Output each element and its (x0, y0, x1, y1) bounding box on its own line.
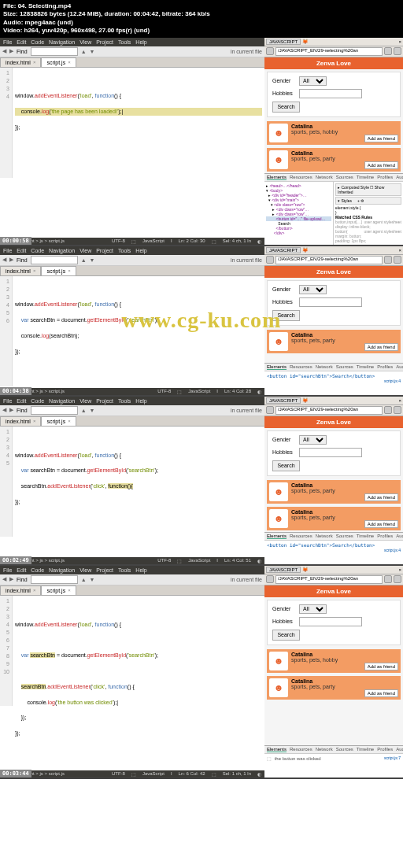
reload-icon[interactable] (266, 575, 274, 583)
gender-select[interactable]: All (299, 76, 327, 86)
menu-navigation[interactable]: Navigation (49, 39, 75, 45)
search-button[interactable]: Search (272, 310, 300, 321)
add-friend-button[interactable]: Add as friend (364, 343, 398, 351)
tab-index-html[interactable]: index.html× (0, 585, 41, 595)
nav-fwd-icon[interactable]: ▶ (9, 48, 13, 54)
reload-icon[interactable] (266, 47, 274, 55)
timestamp: 00:00:58 (0, 237, 31, 245)
video-metadata-overlay: File: 04. Selecting.mp4 Size: 12838826 b… (0, 0, 403, 38)
url-bar[interactable]: /JAVASCRIPT_EN/29-selecting%20an (275, 575, 383, 584)
tab-script-js[interactable]: script.js× (41, 266, 76, 275)
find-label: Find (17, 49, 28, 54)
frame-3: FileEditCodeNavigationViewProjectToolsHe… (0, 397, 403, 566)
menu-help[interactable]: Help (135, 39, 146, 45)
devtools-console[interactable]: <button id="searchBtn">Search</button> s… (264, 371, 403, 395)
frame-2: FileEditCodeNavigationViewProjectToolsHe… (0, 246, 403, 397)
find-input[interactable] (31, 575, 78, 584)
more-icon[interactable] (394, 47, 401, 55)
add-friend-button[interactable]: Add as friend (364, 663, 398, 670)
code-area[interactable]: 123456 window.addEventListener('load', f… (0, 276, 264, 386)
timestamp: 00:03:44 (0, 770, 31, 778)
find-next-icon[interactable]: ▼ (90, 49, 95, 54)
gender-select[interactable]: All (299, 285, 327, 294)
url-bar[interactable]: /JAVASCRIPT_EN/29-selecting%20an (275, 256, 383, 264)
reload-icon[interactable] (266, 256, 274, 264)
devtools-dom-tree[interactable]: ▸ <head>…</head> ▾ <body> ▸ <div id="hea… (264, 182, 334, 245)
avatar: ☻ (269, 150, 288, 169)
devtools-tab-resources[interactable]: Resources (290, 175, 312, 180)
devtools[interactable]: Elements Resources Network Sources Timel… (264, 173, 403, 245)
gender-select[interactable]: All (299, 604, 327, 614)
friend-card: ☻ Catalinasports, pets, party Add as fri… (267, 148, 401, 172)
find-input[interactable] (31, 406, 78, 415)
add-friend-button[interactable]: Add as friend (364, 493, 398, 501)
devtools-tab-timeline[interactable]: Timeline (357, 175, 374, 180)
editor-menubar[interactable]: FileEditCodeNavigationViewProjectToolsHe… (0, 246, 264, 255)
devtools-tab-network[interactable]: Network (316, 175, 333, 180)
gender-select[interactable]: All (299, 435, 327, 445)
add-friend-button[interactable]: Add as friend (364, 161, 398, 169)
devtools-tab-profiles[interactable]: Profiles (377, 175, 393, 180)
search-button[interactable]: Search (272, 630, 300, 641)
url-bar[interactable]: /JAVASCRIPT_EN/29-selecting%20an (275, 406, 383, 415)
hobbies-input[interactable] (299, 89, 362, 98)
friend-card: ☻ Catalinasports, pets, hobby Add as fri… (267, 121, 401, 145)
devtools-tab-sources[interactable]: Sources (336, 175, 353, 180)
search-button[interactable]: Search (272, 460, 300, 471)
code-text[interactable]: window.addEventListener('load', function… (13, 68, 264, 178)
tab-index-html[interactable]: index.html× (0, 416, 41, 426)
app-header: Zenva Love (264, 57, 403, 69)
find-prev-icon[interactable]: ▲ (81, 49, 87, 54)
editor-tabs: index.html× script.js× (0, 57, 264, 68)
find-scope: in current file (231, 49, 262, 54)
frame-1: File Edit Code Navigation View Project T… (0, 38, 403, 246)
devtools-console[interactable]: <button id="searchBtn">Search</button> s… (264, 541, 403, 564)
menu-view[interactable]: View (79, 39, 91, 45)
line-numbers: 1234 (0, 68, 13, 178)
code-area[interactable]: 12345678910 window.addEventListener('loa… (0, 596, 264, 706)
tab-script-js[interactable]: script.js× (41, 416, 76, 426)
timestamp: 00:04:38 (0, 387, 31, 395)
close-icon[interactable]: × (398, 39, 401, 44)
tab-index-html[interactable]: index.html× (0, 266, 41, 275)
browser-toolbar: JAVASCRIPT 🦊 × (264, 38, 403, 46)
add-friend-button[interactable]: Add as friend (364, 520, 398, 528)
devtools-tab-audits[interactable]: Audits (396, 175, 403, 180)
menu-file[interactable]: File (3, 39, 12, 45)
browser-preview: JAVASCRIPT 🦊 × /JAVASCRIPT_EN/29-selecti… (264, 38, 403, 245)
add-friend-button[interactable]: Add as friend (364, 689, 398, 697)
devtools-console[interactable]: ⬚ the button was clicked script.js:7 (264, 754, 403, 778)
menu-icon[interactable] (384, 47, 392, 55)
menu-project[interactable]: Project (96, 39, 113, 45)
code-editor: File Edit Code Navigation View Project T… (0, 38, 264, 245)
url-bar[interactable]: /JAVASCRIPT_EN/29-selecting%20an (275, 47, 383, 56)
menu-code[interactable]: Code (31, 39, 44, 45)
browser-tab[interactable]: JAVASCRIPT (266, 39, 301, 45)
hobbies-input[interactable] (299, 297, 362, 307)
tab-script-js[interactable]: script.js× (41, 585, 76, 595)
find-input[interactable] (31, 256, 78, 264)
add-friend-button[interactable]: Add as friend (364, 135, 398, 142)
search-button[interactable]: Search (272, 102, 300, 113)
nav-back-icon[interactable]: ◀ (2, 48, 6, 54)
timestamp: 00:02:49 (0, 556, 31, 564)
hobbies-label: Hobbies (272, 90, 296, 96)
hobbies-input[interactable] (299, 617, 362, 626)
avatar: ☻ (269, 124, 288, 142)
menu-edit[interactable]: Edit (17, 39, 26, 45)
hobbies-input[interactable] (299, 448, 362, 457)
devtools-tabs[interactable]: Elements Resources Network Sources Timel… (264, 174, 403, 182)
tab-script-js[interactable]: script.js× (41, 57, 76, 67)
tab-index-html[interactable]: index.html× (0, 57, 41, 67)
friend-name: Catalina (291, 124, 338, 129)
devtools-tab-elements[interactable]: Elements (267, 175, 287, 180)
code-area[interactable]: 12345 window.addEventListener('load', fu… (0, 427, 264, 537)
find-input[interactable] (31, 47, 78, 56)
reload-icon[interactable] (266, 406, 274, 414)
close-icon[interactable]: × (33, 60, 36, 65)
code-area[interactable]: 1234 window.addEventListener('load', fun… (0, 68, 264, 178)
editor-menubar[interactable]: File Edit Code Navigation View Project T… (0, 38, 264, 46)
menu-tools[interactable]: Tools (118, 39, 131, 45)
close-icon[interactable]: × (68, 60, 71, 65)
devtools-styles[interactable]: ▸ Computed Style ☐ Show Inherited ▾ Styl… (334, 182, 403, 245)
